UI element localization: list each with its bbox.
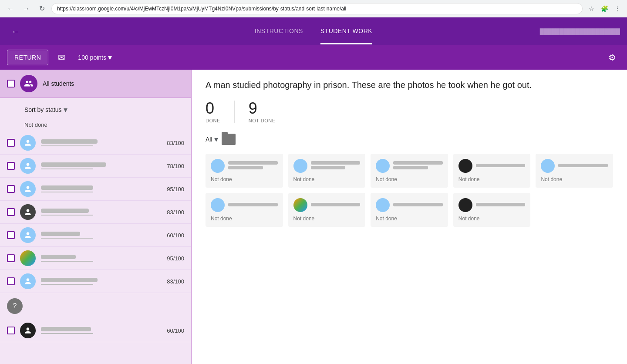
student-score: 78/100 (167, 163, 184, 169)
card-name-line-short (228, 166, 263, 169)
sort-label: Sort by status (24, 106, 62, 113)
list-item[interactable]: 95/100 (0, 178, 191, 201)
student-score: 83/100 (167, 209, 184, 216)
card-name (311, 203, 361, 208)
email-button[interactable]: ✉ (54, 50, 69, 65)
tab-instructions[interactable]: INSTRUCTIONS (255, 19, 303, 44)
toolbar: RETURN ✉ 100 points ▾ ⚙ (0, 45, 627, 70)
student-card[interactable]: Not done (206, 193, 283, 227)
score-line (41, 169, 93, 169)
url-bar[interactable] (51, 3, 583, 14)
student-card[interactable]: Not done (371, 154, 448, 188)
all-students-row[interactable]: All students (0, 70, 191, 98)
student-checkbox[interactable] (7, 208, 15, 216)
student-card[interactable]: Not done (371, 193, 448, 227)
student-score: 83/100 (167, 278, 184, 285)
card-status: Not done (211, 216, 278, 222)
student-score: 83/100 (167, 140, 184, 146)
back-button[interactable]: ← (4, 3, 17, 15)
settings-button[interactable]: ⚙ (604, 50, 620, 65)
tab-student-work[interactable]: STUDENT WORK (320, 19, 372, 44)
avatar (20, 135, 36, 151)
student-checkbox[interactable] (7, 277, 15, 285)
avatar (20, 227, 36, 243)
return-button[interactable]: RETURN (7, 50, 48, 65)
points-selector[interactable]: 100 points ▾ (78, 53, 112, 62)
score-line (41, 333, 93, 334)
menu-icon[interactable]: ⋮ (612, 3, 623, 14)
sort-dropdown[interactable]: Sort by status ▾ (24, 105, 67, 115)
card-name-line (311, 161, 361, 165)
card-status: Not done (458, 176, 526, 182)
card-name (228, 161, 278, 171)
list-item[interactable]: 83/100 (0, 270, 191, 293)
avatar (20, 323, 36, 338)
avatar (20, 204, 36, 220)
avatar (20, 181, 36, 197)
refresh-button[interactable]: ↻ (36, 3, 48, 15)
list-item[interactable]: 60/100 (0, 319, 191, 342)
forward-button[interactable]: → (20, 3, 32, 15)
card-avatar (293, 198, 307, 212)
student-checkbox[interactable] (7, 162, 15, 170)
folder-icon[interactable] (222, 134, 236, 145)
filter-label: All (206, 136, 212, 143)
extension-icon[interactable]: 🧩 (599, 3, 610, 14)
stats-row: 0 DONE 9 NOT DONE (206, 101, 613, 123)
sidebar: All students Sort by status ▾ Not done 8… (0, 70, 192, 364)
card-name-line (228, 203, 278, 206)
card-header (458, 198, 526, 212)
points-label: 100 points (78, 54, 106, 61)
student-card[interactable]: Not done (288, 193, 366, 227)
student-checkbox[interactable] (7, 231, 15, 239)
filter-dropdown[interactable]: All ▾ (206, 135, 218, 144)
card-name-line (393, 161, 443, 165)
list-item[interactable]: 78/100 (0, 155, 191, 178)
student-score: 95/100 (167, 255, 184, 262)
content-area: A man studied photography in prison. The… (192, 70, 627, 364)
list-item[interactable]: 83/100 (0, 131, 191, 155)
card-status: Not done (458, 216, 526, 222)
card-avatar (293, 159, 307, 173)
card-name (476, 203, 526, 208)
student-card[interactable]: Not done (453, 154, 531, 188)
student-card[interactable]: Not done (536, 154, 613, 188)
card-avatar (211, 159, 225, 173)
card-header (376, 198, 443, 212)
student-checkbox[interactable] (7, 139, 15, 147)
bookmark-icon[interactable]: ☆ (586, 3, 597, 14)
student-checkbox[interactable] (7, 327, 15, 334)
stat-not-done-label: NOT DONE (249, 118, 276, 123)
card-name-line (393, 203, 443, 206)
card-status: Not done (376, 176, 443, 182)
card-status: Not done (541, 176, 608, 182)
card-name-line (558, 164, 608, 167)
card-avatar (458, 198, 472, 212)
list-item[interactable]: 83/100 (0, 201, 191, 224)
student-card[interactable]: Not done (206, 154, 283, 188)
student-score: 60/100 (167, 232, 184, 239)
list-item[interactable]: 60/100 (0, 224, 191, 247)
header-back-button[interactable]: ← (7, 23, 24, 40)
student-checkbox[interactable] (7, 185, 15, 193)
stat-done-number: 0 (206, 101, 220, 116)
list-item[interactable]: 95/100 (0, 247, 191, 270)
score-line (41, 261, 93, 262)
student-name-bar (41, 327, 91, 331)
points-chevron-icon: ▾ (108, 53, 112, 62)
avatar (20, 273, 36, 289)
student-info (41, 327, 93, 334)
student-card[interactable]: Not done (288, 154, 366, 188)
stat-done-label: DONE (206, 118, 220, 123)
card-name-line-short (311, 166, 346, 169)
student-name-bar (41, 162, 106, 167)
card-avatar (458, 159, 472, 173)
card-header (293, 198, 361, 212)
all-students-checkbox[interactable] (7, 80, 15, 88)
student-info (41, 209, 93, 216)
student-card[interactable]: Not done (453, 193, 531, 227)
help-button[interactable]: ? (7, 298, 23, 314)
student-checkbox[interactable] (7, 254, 15, 262)
score-line (41, 284, 93, 285)
student-info (41, 162, 93, 169)
